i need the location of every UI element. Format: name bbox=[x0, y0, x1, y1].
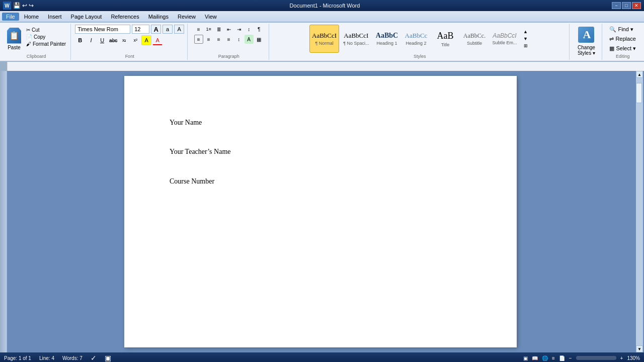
menu-home[interactable]: Home bbox=[20, 13, 43, 21]
copy-button[interactable]: 📄 Copy bbox=[25, 34, 67, 40]
align-left-button[interactable]: ≡ bbox=[194, 35, 203, 44]
multilevel-button[interactable]: ≣ bbox=[214, 25, 223, 34]
change-styles-button[interactable]: A ChangeStyles ▾ bbox=[574, 25, 599, 58]
shading-button[interactable]: A bbox=[245, 35, 254, 44]
minimize-button[interactable]: − bbox=[612, 2, 621, 9]
clipboard-group-content: 📋 Paste ✂ Cut 📄 Copy 🖌 bbox=[5, 25, 67, 53]
styles-scroll-down[interactable]: ▼ bbox=[523, 36, 528, 41]
show-marks-button[interactable]: ¶ bbox=[255, 25, 264, 34]
justify-button[interactable]: ≡ bbox=[224, 35, 233, 44]
style-title[interactable]: AaB Title bbox=[432, 25, 459, 53]
style-subtle-em[interactable]: AaBbCcI Subtle Em... bbox=[490, 25, 520, 53]
align-right-button[interactable]: ≡ bbox=[214, 35, 223, 44]
cut-label: Cut bbox=[32, 27, 40, 33]
replace-button[interactable]: ⇌ Replace bbox=[606, 35, 638, 43]
borders-button[interactable]: ▦ bbox=[255, 35, 264, 44]
underline-button[interactable]: U bbox=[97, 35, 107, 45]
style-no-spacing[interactable]: AaBbCcI ¶ No Spaci... bbox=[341, 25, 371, 53]
style-subtle-em-preview: AaBbCcI bbox=[493, 32, 516, 39]
vertical-scrollbar[interactable]: ▲ ▼ bbox=[636, 71, 643, 352]
view-web-icon[interactable]: 🌐 bbox=[542, 355, 548, 361]
styles-scroll-controls: ▲ ▼ ⊞ bbox=[521, 29, 530, 48]
style-normal[interactable]: AaBbCcI ¶ Normal bbox=[309, 25, 339, 53]
view-reading-icon[interactable]: 📖 bbox=[532, 355, 538, 361]
clipboard-group: 📋 Paste ✂ Cut 📄 Copy 🖌 bbox=[2, 24, 71, 60]
menu-bar: File Home Insert Page Layout References … bbox=[0, 11, 644, 22]
view-draft-icon[interactable]: 📄 bbox=[559, 355, 565, 361]
paragraph-group: ≡ 1≡ ≣ ⇤ ⇥ ↕ ¶ ≡ ≡ ≡ ≡ ↕ A ▦ P bbox=[189, 24, 269, 60]
numbering-button[interactable]: 1≡ bbox=[204, 25, 213, 34]
style-heading1[interactable]: AaBbC Heading 1 bbox=[373, 25, 401, 53]
document-area[interactable]: Your Name Your Teacher’s Name Course Num… bbox=[7, 71, 634, 352]
word-logo: W bbox=[3, 2, 11, 10]
scroll-down-button[interactable]: ▼ bbox=[636, 345, 643, 352]
style-subtle-em-label: Subtle Em... bbox=[493, 40, 517, 45]
undo-icon[interactable]: ↩ bbox=[22, 2, 27, 9]
zoom-out-button[interactable]: − bbox=[569, 355, 572, 361]
decrease-indent-button[interactable]: ⇤ bbox=[224, 25, 233, 34]
find-button[interactable]: 🔍 Find▾ bbox=[606, 25, 636, 34]
shrink-font-button[interactable]: a bbox=[163, 25, 173, 34]
cut-button[interactable]: ✂ Cut bbox=[25, 27, 67, 33]
select-icon: ▦ bbox=[609, 45, 614, 52]
menu-view[interactable]: View bbox=[201, 13, 221, 21]
zoom-in-button[interactable]: + bbox=[620, 355, 623, 361]
bullets-button[interactable]: ≡ bbox=[194, 25, 203, 34]
style-subtitle-preview: AaBbCc. bbox=[463, 32, 486, 40]
font-name-input[interactable] bbox=[75, 25, 130, 34]
menu-file[interactable]: File bbox=[2, 13, 19, 21]
style-no-spacing-label: ¶ No Spaci... bbox=[343, 41, 369, 46]
styles-scroll-up[interactable]: ▲ bbox=[523, 29, 528, 34]
save-icon[interactable]: 💾 bbox=[13, 2, 21, 9]
select-button[interactable]: ▦ Select▾ bbox=[606, 44, 639, 53]
strikethrough-button[interactable]: abc bbox=[108, 35, 118, 45]
styles-label: Styles bbox=[414, 53, 426, 59]
font-group-content: A a A B I U abc x₂ x² A A bbox=[75, 25, 184, 53]
document-page[interactable]: Your Name Your Teacher’s Name Course Num… bbox=[124, 76, 517, 347]
superscript-button[interactable]: x² bbox=[130, 35, 140, 45]
ruler-left-margin bbox=[0, 62, 7, 71]
italic-button[interactable]: I bbox=[86, 35, 96, 45]
align-center-button[interactable]: ≡ bbox=[204, 35, 213, 44]
format-painter-button[interactable]: 🖌 Format Painter bbox=[25, 41, 67, 47]
font-color-button[interactable]: A bbox=[152, 35, 163, 45]
scroll-up-button[interactable]: ▲ bbox=[636, 71, 643, 78]
scroll-thumb[interactable] bbox=[636, 83, 642, 103]
styles-expand[interactable]: ⊞ bbox=[524, 43, 528, 48]
editing-group: 🔍 Find▾ ⇌ Replace ▦ Select▾ Editing bbox=[603, 24, 642, 60]
status-bar: Page: 1 of 1 Line: 4 Words: 7 ✓ ▣ ▣ 📖 🌐 … bbox=[0, 352, 644, 362]
bold-button[interactable]: B bbox=[75, 35, 85, 45]
paste-button[interactable]: 📋 Paste bbox=[5, 27, 23, 51]
cut-icon: ✂ bbox=[26, 27, 30, 33]
zoom-slider[interactable] bbox=[576, 356, 616, 360]
clear-format-button[interactable]: A bbox=[174, 25, 184, 34]
line-spacing-button[interactable]: ↕ bbox=[234, 35, 244, 44]
view-normal-icon[interactable]: ▣ bbox=[523, 355, 528, 361]
ribbon: 📋 Paste ✂ Cut 📄 Copy 🖌 bbox=[0, 22, 644, 62]
paste-icon: 📋 bbox=[7, 28, 21, 44]
paragraph-label: Paragraph bbox=[218, 53, 239, 59]
scroll-track[interactable] bbox=[636, 78, 643, 345]
style-normal-label: ¶ Normal bbox=[315, 41, 333, 46]
close-button[interactable]: ✕ bbox=[632, 2, 641, 9]
menu-references[interactable]: References bbox=[107, 13, 143, 21]
menu-mailings[interactable]: Mailings bbox=[144, 13, 173, 21]
maximize-button[interactable]: □ bbox=[622, 2, 631, 9]
subscript-button[interactable]: x₂ bbox=[119, 35, 129, 45]
change-styles-label: ChangeStyles ▾ bbox=[578, 45, 595, 56]
format-painter-label: Format Painter bbox=[33, 41, 66, 47]
style-subtitle[interactable]: AaBbCc. Subtitle bbox=[461, 25, 489, 53]
menu-insert[interactable]: Insert bbox=[44, 13, 66, 21]
font-size-input[interactable] bbox=[132, 25, 149, 34]
menu-review[interactable]: Review bbox=[174, 13, 200, 21]
text-highlight-button[interactable]: A bbox=[141, 35, 151, 45]
sort-button[interactable]: ↕ bbox=[245, 25, 254, 34]
style-heading2[interactable]: AaBbCc Heading 2 bbox=[403, 25, 430, 53]
redo-icon[interactable]: ↪ bbox=[29, 2, 34, 9]
grow-font-button[interactable]: A bbox=[151, 25, 161, 34]
view-outline-icon[interactable]: ≡ bbox=[552, 355, 555, 361]
proofing-icon[interactable]: ✓ bbox=[91, 354, 97, 362]
layout-icon[interactable]: ▣ bbox=[105, 354, 111, 362]
menu-page-layout[interactable]: Page Layout bbox=[67, 13, 106, 21]
increase-indent-button[interactable]: ⇥ bbox=[234, 25, 244, 34]
